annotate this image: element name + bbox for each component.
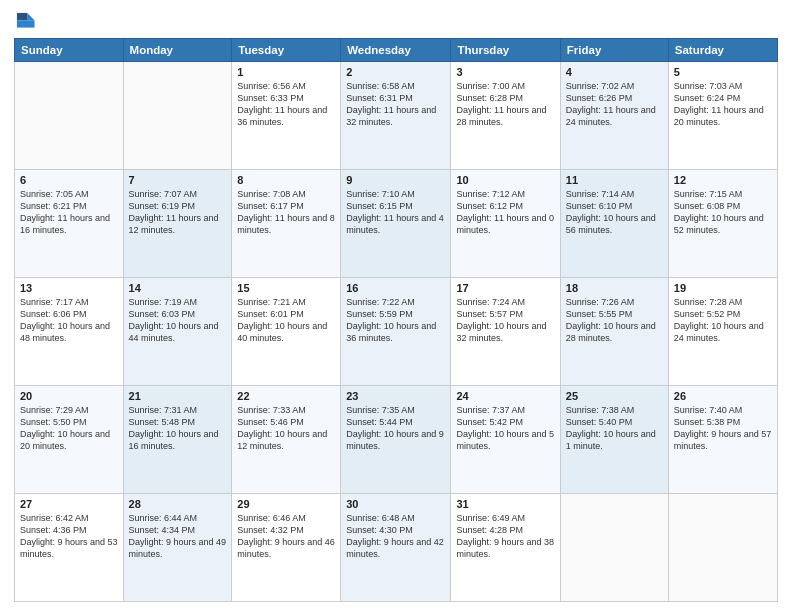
day-info: Sunrise: 6:58 AM Sunset: 6:31 PM Dayligh…: [346, 80, 445, 129]
calendar-cell: 24Sunrise: 7:37 AM Sunset: 5:42 PM Dayli…: [451, 386, 560, 494]
calendar-cell: 3Sunrise: 7:00 AM Sunset: 6:28 PM Daylig…: [451, 62, 560, 170]
day-info: Sunrise: 7:29 AM Sunset: 5:50 PM Dayligh…: [20, 404, 118, 453]
svg-rect-2: [17, 20, 35, 27]
day-number: 30: [346, 498, 445, 510]
day-number: 4: [566, 66, 663, 78]
day-info: Sunrise: 7:12 AM Sunset: 6:12 PM Dayligh…: [456, 188, 554, 237]
day-info: Sunrise: 7:26 AM Sunset: 5:55 PM Dayligh…: [566, 296, 663, 345]
calendar-cell: 20Sunrise: 7:29 AM Sunset: 5:50 PM Dayli…: [15, 386, 124, 494]
calendar-cell: 27Sunrise: 6:42 AM Sunset: 4:36 PM Dayli…: [15, 494, 124, 602]
calendar-body: 1Sunrise: 6:56 AM Sunset: 6:33 PM Daylig…: [15, 62, 778, 602]
day-info: Sunrise: 6:46 AM Sunset: 4:32 PM Dayligh…: [237, 512, 335, 561]
weekday-header: Sunday: [15, 39, 124, 62]
day-number: 21: [129, 390, 227, 402]
day-info: Sunrise: 7:24 AM Sunset: 5:57 PM Dayligh…: [456, 296, 554, 345]
calendar-cell: 14Sunrise: 7:19 AM Sunset: 6:03 PM Dayli…: [123, 278, 232, 386]
calendar-cell: 12Sunrise: 7:15 AM Sunset: 6:08 PM Dayli…: [668, 170, 777, 278]
calendar-cell: 6Sunrise: 7:05 AM Sunset: 6:21 PM Daylig…: [15, 170, 124, 278]
calendar-cell: 10Sunrise: 7:12 AM Sunset: 6:12 PM Dayli…: [451, 170, 560, 278]
calendar-cell: [15, 62, 124, 170]
day-number: 9: [346, 174, 445, 186]
day-number: 22: [237, 390, 335, 402]
svg-marker-0: [27, 13, 34, 20]
calendar-cell: 28Sunrise: 6:44 AM Sunset: 4:34 PM Dayli…: [123, 494, 232, 602]
calendar-cell: 26Sunrise: 7:40 AM Sunset: 5:38 PM Dayli…: [668, 386, 777, 494]
svg-rect-1: [17, 13, 27, 20]
day-number: 17: [456, 282, 554, 294]
day-number: 31: [456, 498, 554, 510]
day-info: Sunrise: 7:14 AM Sunset: 6:10 PM Dayligh…: [566, 188, 663, 237]
day-number: 23: [346, 390, 445, 402]
day-info: Sunrise: 7:07 AM Sunset: 6:19 PM Dayligh…: [129, 188, 227, 237]
calendar-cell: 5Sunrise: 7:03 AM Sunset: 6:24 PM Daylig…: [668, 62, 777, 170]
day-info: Sunrise: 7:35 AM Sunset: 5:44 PM Dayligh…: [346, 404, 445, 453]
day-info: Sunrise: 7:00 AM Sunset: 6:28 PM Dayligh…: [456, 80, 554, 129]
weekday-header: Wednesday: [341, 39, 451, 62]
day-info: Sunrise: 7:38 AM Sunset: 5:40 PM Dayligh…: [566, 404, 663, 453]
day-info: Sunrise: 7:40 AM Sunset: 5:38 PM Dayligh…: [674, 404, 772, 453]
day-number: 5: [674, 66, 772, 78]
logo: [14, 10, 38, 32]
day-number: 11: [566, 174, 663, 186]
calendar-week-row: 6Sunrise: 7:05 AM Sunset: 6:21 PM Daylig…: [15, 170, 778, 278]
day-info: Sunrise: 7:03 AM Sunset: 6:24 PM Dayligh…: [674, 80, 772, 129]
calendar-week-row: 27Sunrise: 6:42 AM Sunset: 4:36 PM Dayli…: [15, 494, 778, 602]
calendar-cell: 29Sunrise: 6:46 AM Sunset: 4:32 PM Dayli…: [232, 494, 341, 602]
day-number: 7: [129, 174, 227, 186]
calendar-cell: 1Sunrise: 6:56 AM Sunset: 6:33 PM Daylig…: [232, 62, 341, 170]
calendar-cell: 31Sunrise: 6:49 AM Sunset: 4:28 PM Dayli…: [451, 494, 560, 602]
day-info: Sunrise: 7:02 AM Sunset: 6:26 PM Dayligh…: [566, 80, 663, 129]
day-number: 28: [129, 498, 227, 510]
calendar-cell: 8Sunrise: 7:08 AM Sunset: 6:17 PM Daylig…: [232, 170, 341, 278]
weekday-header: Friday: [560, 39, 668, 62]
calendar-cell: 16Sunrise: 7:22 AM Sunset: 5:59 PM Dayli…: [341, 278, 451, 386]
day-info: Sunrise: 7:17 AM Sunset: 6:06 PM Dayligh…: [20, 296, 118, 345]
day-number: 2: [346, 66, 445, 78]
calendar-week-row: 13Sunrise: 7:17 AM Sunset: 6:06 PM Dayli…: [15, 278, 778, 386]
day-number: 24: [456, 390, 554, 402]
day-info: Sunrise: 7:31 AM Sunset: 5:48 PM Dayligh…: [129, 404, 227, 453]
day-info: Sunrise: 7:19 AM Sunset: 6:03 PM Dayligh…: [129, 296, 227, 345]
calendar-cell: 19Sunrise: 7:28 AM Sunset: 5:52 PM Dayli…: [668, 278, 777, 386]
page: SundayMondayTuesdayWednesdayThursdayFrid…: [0, 0, 792, 612]
calendar-cell: [560, 494, 668, 602]
calendar-week-row: 1Sunrise: 6:56 AM Sunset: 6:33 PM Daylig…: [15, 62, 778, 170]
day-info: Sunrise: 7:33 AM Sunset: 5:46 PM Dayligh…: [237, 404, 335, 453]
day-info: Sunrise: 7:05 AM Sunset: 6:21 PM Dayligh…: [20, 188, 118, 237]
day-info: Sunrise: 7:08 AM Sunset: 6:17 PM Dayligh…: [237, 188, 335, 237]
day-info: Sunrise: 7:10 AM Sunset: 6:15 PM Dayligh…: [346, 188, 445, 237]
calendar-cell: 11Sunrise: 7:14 AM Sunset: 6:10 PM Dayli…: [560, 170, 668, 278]
day-number: 18: [566, 282, 663, 294]
day-number: 13: [20, 282, 118, 294]
day-info: Sunrise: 6:56 AM Sunset: 6:33 PM Dayligh…: [237, 80, 335, 129]
logo-icon: [14, 10, 36, 32]
header: [14, 10, 778, 32]
day-number: 20: [20, 390, 118, 402]
day-number: 26: [674, 390, 772, 402]
day-info: Sunrise: 7:21 AM Sunset: 6:01 PM Dayligh…: [237, 296, 335, 345]
calendar-cell: 18Sunrise: 7:26 AM Sunset: 5:55 PM Dayli…: [560, 278, 668, 386]
day-number: 25: [566, 390, 663, 402]
calendar-cell: 2Sunrise: 6:58 AM Sunset: 6:31 PM Daylig…: [341, 62, 451, 170]
calendar-cell: 30Sunrise: 6:48 AM Sunset: 4:30 PM Dayli…: [341, 494, 451, 602]
calendar-cell: 25Sunrise: 7:38 AM Sunset: 5:40 PM Dayli…: [560, 386, 668, 494]
calendar-cell: 23Sunrise: 7:35 AM Sunset: 5:44 PM Dayli…: [341, 386, 451, 494]
day-number: 15: [237, 282, 335, 294]
calendar-cell: 4Sunrise: 7:02 AM Sunset: 6:26 PM Daylig…: [560, 62, 668, 170]
day-info: Sunrise: 6:49 AM Sunset: 4:28 PM Dayligh…: [456, 512, 554, 561]
calendar-cell: [668, 494, 777, 602]
weekday-header: Thursday: [451, 39, 560, 62]
day-info: Sunrise: 6:42 AM Sunset: 4:36 PM Dayligh…: [20, 512, 118, 561]
day-number: 19: [674, 282, 772, 294]
day-number: 14: [129, 282, 227, 294]
calendar-cell: 22Sunrise: 7:33 AM Sunset: 5:46 PM Dayli…: [232, 386, 341, 494]
day-number: 6: [20, 174, 118, 186]
calendar-header: SundayMondayTuesdayWednesdayThursdayFrid…: [15, 39, 778, 62]
day-info: Sunrise: 7:15 AM Sunset: 6:08 PM Dayligh…: [674, 188, 772, 237]
day-number: 29: [237, 498, 335, 510]
weekday-header: Tuesday: [232, 39, 341, 62]
day-info: Sunrise: 6:48 AM Sunset: 4:30 PM Dayligh…: [346, 512, 445, 561]
day-info: Sunrise: 7:37 AM Sunset: 5:42 PM Dayligh…: [456, 404, 554, 453]
day-number: 10: [456, 174, 554, 186]
calendar-cell: 15Sunrise: 7:21 AM Sunset: 6:01 PM Dayli…: [232, 278, 341, 386]
